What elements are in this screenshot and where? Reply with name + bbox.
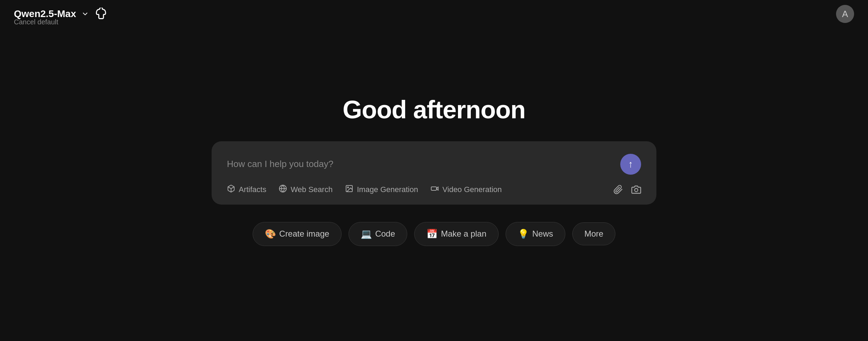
create-image-label: Create image: [279, 229, 329, 239]
toolbar-item-image-generation[interactable]: Image Generation: [345, 184, 418, 195]
make-a-plan-button[interactable]: 📅 Make a plan: [414, 222, 499, 246]
send-arrow-icon: ↑: [628, 159, 633, 169]
toolbar-right: [613, 185, 641, 195]
image-icon: [345, 184, 353, 195]
main-content: Good afternoon ↑ Ar: [0, 0, 868, 341]
toolbar-item-artifacts[interactable]: Artifacts: [227, 184, 266, 195]
news-label: News: [532, 229, 553, 239]
box-icon: [227, 184, 235, 195]
attach-button[interactable]: [613, 185, 623, 195]
toolbar-item-web-search[interactable]: Web Search: [279, 184, 333, 195]
video-icon: [431, 184, 439, 195]
quick-actions: 🎨 Create image 💻 Code 📅 Make a plan 💡 Ne…: [253, 222, 616, 246]
code-emoji: 💻: [361, 229, 372, 239]
make-a-plan-label: Make a plan: [441, 229, 486, 239]
input-row: ↑: [227, 154, 641, 175]
code-button[interactable]: 💻 Code: [349, 222, 407, 246]
video-generation-label: Video Generation: [442, 185, 502, 194]
greeting-text: Good afternoon: [343, 95, 525, 124]
camera-button[interactable]: [631, 185, 641, 195]
toolbar-row: Artifacts Web Search: [227, 184, 641, 195]
create-image-button[interactable]: 🎨 Create image: [253, 222, 342, 246]
svg-point-4: [347, 187, 349, 188]
more-button[interactable]: More: [572, 222, 616, 245]
image-generation-label: Image Generation: [357, 185, 418, 194]
code-label: Code: [375, 229, 395, 239]
artifacts-label: Artifacts: [239, 185, 266, 194]
more-label: More: [584, 229, 604, 239]
chat-input[interactable]: [227, 159, 620, 169]
web-search-label: Web Search: [290, 185, 333, 194]
toolbar-left: Artifacts Web Search: [227, 184, 502, 195]
input-container: ↑ Artifacts: [212, 141, 656, 205]
send-button[interactable]: ↑: [620, 154, 641, 175]
svg-rect-5: [431, 187, 436, 190]
news-button[interactable]: 💡 News: [506, 222, 565, 246]
news-emoji: 💡: [518, 229, 529, 239]
plan-emoji: 📅: [426, 229, 437, 239]
toolbar-item-video-generation[interactable]: Video Generation: [431, 184, 502, 195]
globe-icon: [279, 184, 287, 195]
svg-point-7: [634, 188, 638, 191]
create-image-emoji: 🎨: [265, 229, 276, 239]
